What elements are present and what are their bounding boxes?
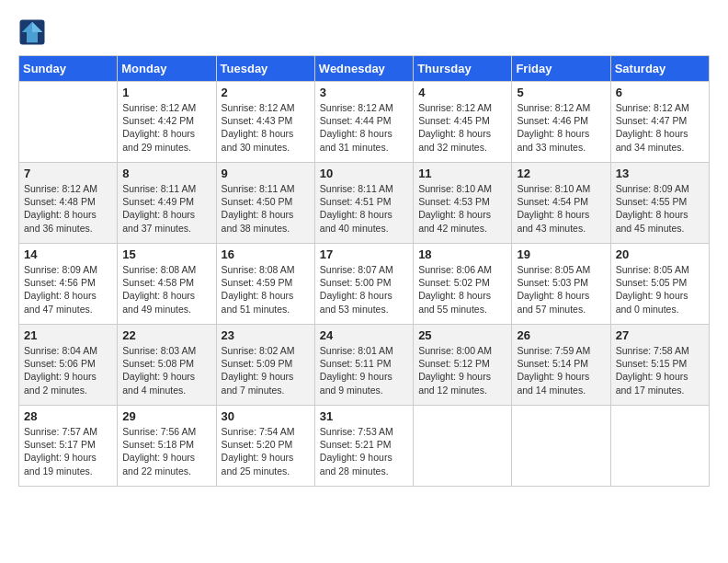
day-info: Sunrise: 7:56 AM Sunset: 5:18 PM Dayligh… xyxy=(122,425,210,477)
day-number: 7 xyxy=(24,167,112,180)
day-number: 28 xyxy=(24,409,112,423)
day-number: 6 xyxy=(616,86,704,99)
calendar-cell xyxy=(19,82,118,163)
calendar-cell: 27Sunrise: 7:58 AM Sunset: 5:15 PM Dayli… xyxy=(610,325,709,406)
day-info: Sunrise: 7:58 AM Sunset: 5:15 PM Dayligh… xyxy=(616,344,704,396)
calendar-week-row: 21Sunrise: 8:04 AM Sunset: 5:06 PM Dayli… xyxy=(19,325,710,406)
calendar-cell: 21Sunrise: 8:04 AM Sunset: 5:06 PM Dayli… xyxy=(19,325,118,406)
day-info: Sunrise: 8:10 AM Sunset: 4:53 PM Dayligh… xyxy=(418,182,506,235)
calendar-cell: 17Sunrise: 8:07 AM Sunset: 5:00 PM Dayli… xyxy=(314,244,413,325)
day-info: Sunrise: 8:11 AM Sunset: 4:50 PM Dayligh… xyxy=(222,182,310,235)
calendar-cell: 10Sunrise: 8:11 AM Sunset: 4:51 PM Dayli… xyxy=(314,163,413,244)
calendar-cell: 12Sunrise: 8:10 AM Sunset: 4:54 PM Dayli… xyxy=(512,163,610,244)
day-number: 25 xyxy=(418,328,506,342)
weekday-header-monday: Monday xyxy=(118,56,216,82)
weekday-header-thursday: Thursday xyxy=(414,56,512,82)
calendar-cell: 8Sunrise: 8:11 AM Sunset: 4:49 PM Daylig… xyxy=(118,163,216,244)
calendar-week-row: 7Sunrise: 8:12 AM Sunset: 4:48 PM Daylig… xyxy=(19,163,710,244)
day-number: 24 xyxy=(320,328,408,342)
calendar-cell: 14Sunrise: 8:09 AM Sunset: 4:56 PM Dayli… xyxy=(19,244,118,325)
day-number: 9 xyxy=(222,167,310,180)
calendar-week-row: 14Sunrise: 8:09 AM Sunset: 4:56 PM Dayli… xyxy=(19,244,710,325)
day-number: 18 xyxy=(418,247,506,261)
calendar-cell xyxy=(610,406,709,487)
day-number: 15 xyxy=(122,247,210,261)
day-info: Sunrise: 7:57 AM Sunset: 5:17 PM Dayligh… xyxy=(24,425,112,477)
day-info: Sunrise: 8:08 AM Sunset: 4:59 PM Dayligh… xyxy=(222,263,310,316)
day-number: 27 xyxy=(616,328,704,342)
calendar-cell: 28Sunrise: 7:57 AM Sunset: 5:17 PM Dayli… xyxy=(19,406,118,487)
day-number: 16 xyxy=(222,247,310,261)
calendar-cell: 24Sunrise: 8:01 AM Sunset: 5:11 PM Dayli… xyxy=(314,325,413,406)
day-number: 1 xyxy=(122,86,210,99)
day-number: 4 xyxy=(418,86,506,99)
calendar-cell: 2Sunrise: 8:12 AM Sunset: 4:43 PM Daylig… xyxy=(216,82,314,163)
weekday-header-friday: Friday xyxy=(512,56,610,82)
calendar-body: 1Sunrise: 8:12 AM Sunset: 4:42 PM Daylig… xyxy=(19,82,710,487)
weekday-header-sunday: Sunday xyxy=(19,56,118,82)
day-number: 11 xyxy=(418,167,506,180)
day-number: 14 xyxy=(24,247,112,261)
day-info: Sunrise: 7:59 AM Sunset: 5:14 PM Dayligh… xyxy=(517,344,605,396)
day-number: 17 xyxy=(320,247,408,261)
day-info: Sunrise: 8:11 AM Sunset: 4:51 PM Dayligh… xyxy=(320,182,408,235)
day-number: 19 xyxy=(517,247,605,261)
day-number: 2 xyxy=(222,86,310,99)
day-info: Sunrise: 8:12 AM Sunset: 4:42 PM Dayligh… xyxy=(122,101,210,154)
day-info: Sunrise: 8:09 AM Sunset: 4:55 PM Dayligh… xyxy=(616,182,704,235)
calendar-cell: 13Sunrise: 8:09 AM Sunset: 4:55 PM Dayli… xyxy=(610,163,709,244)
day-number: 3 xyxy=(320,86,408,99)
weekday-header-saturday: Saturday xyxy=(610,56,709,82)
calendar-cell: 29Sunrise: 7:56 AM Sunset: 5:18 PM Dayli… xyxy=(118,406,216,487)
day-info: Sunrise: 8:10 AM Sunset: 4:54 PM Dayligh… xyxy=(517,182,605,235)
day-info: Sunrise: 8:05 AM Sunset: 5:05 PM Dayligh… xyxy=(616,263,704,316)
day-info: Sunrise: 7:54 AM Sunset: 5:20 PM Dayligh… xyxy=(222,425,310,477)
calendar-cell: 19Sunrise: 8:05 AM Sunset: 5:03 PM Dayli… xyxy=(512,244,610,325)
day-info: Sunrise: 8:12 AM Sunset: 4:44 PM Dayligh… xyxy=(320,101,408,154)
day-info: Sunrise: 8:06 AM Sunset: 5:02 PM Dayligh… xyxy=(418,263,506,316)
page-header xyxy=(18,18,710,46)
weekday-header-tuesday: Tuesday xyxy=(216,56,314,82)
day-number: 30 xyxy=(222,409,310,423)
day-info: Sunrise: 8:12 AM Sunset: 4:46 PM Dayligh… xyxy=(517,101,605,154)
day-info: Sunrise: 8:12 AM Sunset: 4:45 PM Dayligh… xyxy=(418,101,506,154)
calendar-cell: 6Sunrise: 8:12 AM Sunset: 4:47 PM Daylig… xyxy=(610,82,709,163)
calendar-cell: 31Sunrise: 7:53 AM Sunset: 5:21 PM Dayli… xyxy=(314,406,413,487)
calendar-week-row: 1Sunrise: 8:12 AM Sunset: 4:42 PM Daylig… xyxy=(19,82,710,163)
day-info: Sunrise: 8:05 AM Sunset: 5:03 PM Dayligh… xyxy=(517,263,605,316)
day-info: Sunrise: 8:11 AM Sunset: 4:49 PM Dayligh… xyxy=(122,182,210,235)
day-info: Sunrise: 8:12 AM Sunset: 4:48 PM Dayligh… xyxy=(24,182,112,235)
calendar-cell: 25Sunrise: 8:00 AM Sunset: 5:12 PM Dayli… xyxy=(414,325,512,406)
day-number: 22 xyxy=(122,328,210,342)
day-number: 21 xyxy=(24,328,112,342)
calendar-cell: 15Sunrise: 8:08 AM Sunset: 4:58 PM Dayli… xyxy=(118,244,216,325)
day-number: 10 xyxy=(320,167,408,180)
day-number: 5 xyxy=(517,86,605,99)
day-info: Sunrise: 8:08 AM Sunset: 4:58 PM Dayligh… xyxy=(122,263,210,316)
calendar-cell: 4Sunrise: 8:12 AM Sunset: 4:45 PM Daylig… xyxy=(414,82,512,163)
day-number: 26 xyxy=(517,328,605,342)
calendar-cell: 11Sunrise: 8:10 AM Sunset: 4:53 PM Dayli… xyxy=(414,163,512,244)
calendar-table: SundayMondayTuesdayWednesdayThursdayFrid… xyxy=(18,55,710,487)
logo-icon xyxy=(18,18,46,46)
calendar-header: SundayMondayTuesdayWednesdayThursdayFrid… xyxy=(19,56,710,82)
calendar-cell: 20Sunrise: 8:05 AM Sunset: 5:05 PM Dayli… xyxy=(610,244,709,325)
calendar-cell: 5Sunrise: 8:12 AM Sunset: 4:46 PM Daylig… xyxy=(512,82,610,163)
day-number: 20 xyxy=(616,247,704,261)
calendar-cell xyxy=(414,406,512,487)
weekday-header-wednesday: Wednesday xyxy=(314,56,413,82)
day-number: 31 xyxy=(320,409,408,423)
calendar-cell xyxy=(512,406,610,487)
calendar-cell: 16Sunrise: 8:08 AM Sunset: 4:59 PM Dayli… xyxy=(216,244,314,325)
day-info: Sunrise: 8:12 AM Sunset: 4:43 PM Dayligh… xyxy=(222,101,310,154)
day-info: Sunrise: 8:01 AM Sunset: 5:11 PM Dayligh… xyxy=(320,344,408,396)
calendar-cell: 3Sunrise: 8:12 AM Sunset: 4:44 PM Daylig… xyxy=(314,82,413,163)
day-info: Sunrise: 7:53 AM Sunset: 5:21 PM Dayligh… xyxy=(320,425,408,477)
day-number: 12 xyxy=(517,167,605,180)
day-info: Sunrise: 8:04 AM Sunset: 5:06 PM Dayligh… xyxy=(24,344,112,396)
calendar-cell: 22Sunrise: 8:03 AM Sunset: 5:08 PM Dayli… xyxy=(118,325,216,406)
calendar-cell: 26Sunrise: 7:59 AM Sunset: 5:14 PM Dayli… xyxy=(512,325,610,406)
calendar-cell: 7Sunrise: 8:12 AM Sunset: 4:48 PM Daylig… xyxy=(19,163,118,244)
day-number: 8 xyxy=(122,167,210,180)
day-info: Sunrise: 8:12 AM Sunset: 4:47 PM Dayligh… xyxy=(616,101,704,154)
